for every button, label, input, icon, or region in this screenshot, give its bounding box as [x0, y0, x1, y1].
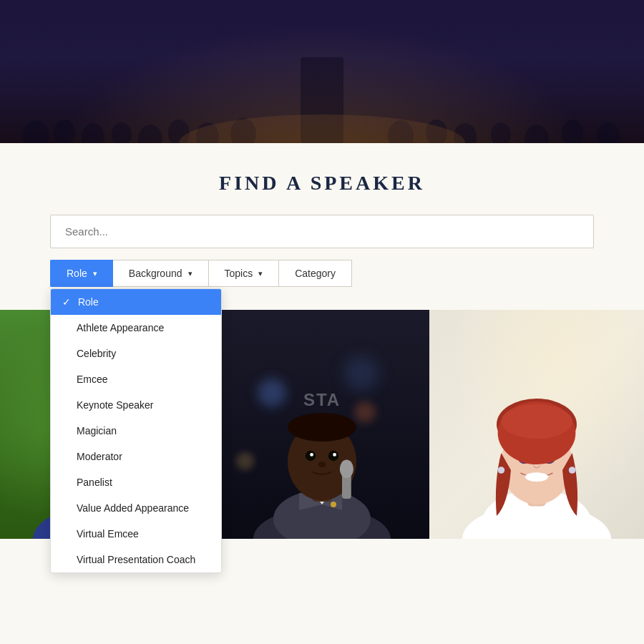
dropdown-item-role-label: Role	[78, 296, 99, 308]
topics-filter-label: Topics	[225, 268, 253, 279]
svg-point-56	[501, 404, 572, 439]
background-chevron-icon: ▾	[188, 269, 192, 278]
dropdown-item-panelist[interactable]: Panelist	[51, 469, 221, 495]
crowd-silhouette	[0, 57, 644, 143]
svg-point-4	[138, 125, 162, 143]
svg-point-42	[331, 502, 336, 507]
dropdown-item-emcee-label: Emcee	[77, 374, 108, 385]
dropdown-item-virtual-coach-label: Virtual Presentation Coach	[77, 554, 195, 565]
background-filter-button[interactable]: Background ▾	[113, 260, 209, 287]
speaker-3-illustration	[451, 356, 623, 539]
category-filter-button[interactable]: Category	[279, 260, 352, 287]
svg-point-13	[491, 122, 511, 143]
svg-point-3	[112, 122, 132, 143]
svg-point-41	[340, 460, 353, 479]
role-filter-label: Role	[67, 268, 87, 279]
dropdown-item-athlete-appearance[interactable]: Athlete Appearance	[51, 315, 221, 341]
dropdown-item-role[interactable]: Role	[51, 289, 221, 315]
dropdown-item-keynote-label: Keynote Speaker	[77, 399, 153, 411]
role-filter-container: Role ▾ Role Athlete Appearance Celebrity	[50, 260, 113, 287]
dropdown-item-value-added[interactable]: Value Added Appearance	[51, 495, 221, 521]
topics-filter-button[interactable]: Topics ▾	[209, 260, 280, 287]
dropdown-item-panelist-label: Panelist	[77, 477, 112, 488]
role-dropdown: Role Athlete Appearance Celebrity Emcee …	[50, 288, 222, 573]
search-container	[50, 215, 594, 248]
dropdown-item-magician-label: Magician	[77, 425, 117, 436]
dropdown-item-emcee[interactable]: Emcee	[51, 366, 221, 392]
page-title: FIND A SPEAKER	[0, 172, 644, 195]
svg-point-37	[333, 453, 336, 457]
svg-point-1	[54, 119, 75, 143]
filter-bar: Role ▾ Role Athlete Appearance Celebrity	[50, 260, 594, 287]
dropdown-item-value-added-label: Value Added Appearance	[77, 502, 189, 514]
svg-point-15	[562, 119, 583, 143]
dropdown-item-moderator-label: Moderator	[77, 451, 122, 462]
speaker-2-illustration	[236, 356, 408, 539]
svg-point-0	[23, 120, 49, 143]
hero-banner	[0, 0, 644, 143]
dropdown-item-keynote[interactable]: Keynote Speaker	[51, 392, 221, 418]
role-filter-button[interactable]: Role ▾	[50, 260, 113, 287]
role-dropdown-menu: Role Athlete Appearance Celebrity Emcee …	[50, 288, 222, 573]
dropdown-item-virtual-emcee[interactable]: Virtual Emcee	[51, 521, 221, 547]
dropdown-item-moderator[interactable]: Moderator	[51, 444, 221, 469]
svg-point-2	[82, 123, 104, 143]
dropdown-item-virtual-emcee-label: Virtual Emcee	[77, 528, 139, 540]
main-content: FIND A SPEAKER Role ▾ Role Athlete Appea…	[0, 143, 644, 539]
svg-point-58	[569, 467, 576, 474]
svg-point-39	[288, 413, 356, 441]
dropdown-item-athlete-label: Athlete Appearance	[77, 322, 164, 333]
topics-chevron-icon: ▾	[258, 269, 263, 278]
dropdown-item-virtual-coach[interactable]: Virtual Presentation Coach	[51, 547, 221, 572]
svg-point-38	[318, 462, 326, 467]
speaker-card-3[interactable]	[429, 310, 644, 539]
dropdown-item-magician[interactable]: Magician	[51, 418, 221, 444]
svg-point-14	[525, 125, 549, 143]
category-filter-label: Category	[295, 268, 336, 279]
dropdown-item-celebrity[interactable]: Celebrity	[51, 341, 221, 366]
svg-point-57	[498, 467, 505, 474]
dropdown-item-celebrity-label: Celebrity	[77, 348, 116, 359]
svg-point-17	[179, 114, 465, 143]
speaker-card-2[interactable]: STA	[215, 310, 429, 539]
background-filter-label: Background	[129, 268, 182, 279]
svg-point-47	[525, 472, 548, 482]
svg-point-16	[597, 122, 620, 143]
search-input[interactable]	[50, 215, 594, 248]
svg-point-36	[310, 453, 313, 457]
role-chevron-icon: ▾	[93, 269, 97, 278]
